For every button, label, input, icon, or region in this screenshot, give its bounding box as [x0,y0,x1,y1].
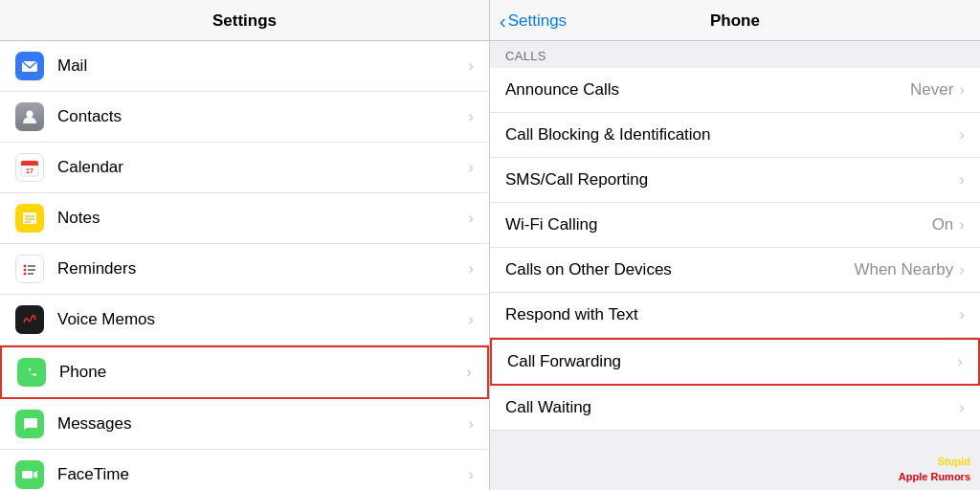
call-blocking-chevron: › [959,125,965,145]
notes-chevron: › [468,209,474,228]
messages-chevron: › [468,414,474,434]
contacts-label: Contacts [57,107,468,126]
back-label: Settings [508,11,567,31]
watermark: Stupid Apple Rumors [899,455,970,484]
call-waiting-chevron: › [959,398,965,417]
respond-text-label: Respond with Text [505,305,959,324]
reminders-label: Reminders [57,259,468,278]
mail-icon [15,52,44,80]
watermark-apple: Apple [899,471,928,482]
call-blocking-label: Call Blocking & Identification [505,125,959,145]
svg-point-15 [24,273,27,276]
call-waiting-label: Call Waiting [505,398,959,417]
phone-icon [17,358,46,387]
back-chevron-icon: ‹ [500,11,506,33]
calls-other-devices-chevron: › [959,260,965,279]
reminders-chevron: › [468,259,474,278]
svg-point-14 [24,269,27,272]
notes-label: Notes [57,209,468,228]
voice-memos-chevron: › [468,310,474,329]
mail-label: Mail [57,56,468,76]
svg-point-2 [27,111,33,118]
voice-memos-icon [15,305,44,334]
watermark-stupid: Stupid [938,456,970,467]
right-item-sms-call-reporting[interactable]: SMS/Call Reporting › [490,158,980,203]
phone-chevron: › [466,363,472,382]
svg-rect-19 [20,310,39,329]
right-item-respond-text[interactable]: Respond with Text › [490,293,980,338]
settings-item-reminders[interactable]: Reminders › [0,244,489,295]
right-item-call-blocking[interactable]: Call Blocking & Identification › [490,113,980,158]
calls-section-header: CALLS [490,41,980,68]
sms-call-reporting-label: SMS/Call Reporting [505,170,959,189]
left-panel-header: Settings [0,0,489,41]
svg-rect-23 [22,471,33,479]
facetime-label: FaceTime [57,465,468,484]
voice-memos-label: Voice Memos [57,310,468,329]
settings-item-notes[interactable]: Notes › [0,193,489,244]
reminders-icon [15,255,44,283]
calendar-chevron: › [468,158,474,177]
right-item-calls-other-devices[interactable]: Calls on Other Devices When Nearby › [490,248,980,293]
settings-item-messages[interactable]: Messages › [0,399,489,450]
call-forwarding-label: Call Forwarding [507,352,957,371]
right-panel: ‹ Settings Phone CALLS Announce Calls Ne… [490,0,980,490]
right-item-call-waiting[interactable]: Call Waiting › [490,386,980,431]
sms-call-reporting-chevron: › [959,170,965,189]
right-item-announce-calls[interactable]: Announce Calls Never › [490,68,980,113]
messages-icon [15,410,44,438]
call-forwarding-chevron: › [957,352,963,371]
phone-settings-list: Announce Calls Never › Call Blocking & I… [490,68,980,431]
svg-text:17: 17 [26,167,33,174]
respond-text-chevron: › [959,305,965,324]
right-item-call-forwarding[interactable]: Call Forwarding › [490,338,980,386]
settings-item-calendar[interactable]: 17 Calendar › [0,143,489,193]
watermark-rumors: Rumors [927,471,970,482]
calendar-label: Calendar [57,158,468,177]
svg-rect-12 [20,259,39,278]
announce-calls-chevron: › [959,80,965,100]
facetime-icon [15,460,44,489]
wifi-calling-value: On [932,215,954,234]
svg-rect-5 [21,164,38,166]
announce-calls-label: Announce Calls [505,80,910,100]
wifi-calling-chevron: › [959,215,965,234]
contacts-chevron: › [468,107,474,126]
right-panel-title: Phone [710,11,760,31]
messages-label: Messages [57,414,468,434]
settings-item-mail[interactable]: Mail › [0,41,489,92]
settings-list: Mail › Contacts › 17 [0,41,489,490]
mail-chevron: › [468,56,474,76]
svg-point-13 [24,265,27,268]
right-header: ‹ Settings Phone [490,0,980,41]
facetime-chevron: › [468,465,474,484]
phone-label: Phone [59,363,466,382]
calls-other-devices-value: When Nearby [854,260,953,279]
wifi-calling-label: Wi-Fi Calling [505,215,932,234]
settings-item-phone[interactable]: Phone › [0,345,489,399]
settings-item-voice-memos[interactable]: Voice Memos › [0,295,489,345]
left-panel: Settings Mail › Contacts › [0,0,490,490]
right-item-wifi-calling[interactable]: Wi-Fi Calling On › [490,203,980,248]
calls-other-devices-label: Calls on Other Devices [505,260,854,279]
contacts-icon [15,102,44,131]
settings-item-contacts[interactable]: Contacts › [0,92,489,143]
notes-icon [15,204,44,233]
announce-calls-value: Never [910,80,953,100]
calendar-icon: 17 [15,153,44,182]
back-button[interactable]: ‹ Settings [500,11,567,33]
svg-rect-20 [22,363,41,382]
settings-item-facetime[interactable]: FaceTime › [0,450,489,490]
